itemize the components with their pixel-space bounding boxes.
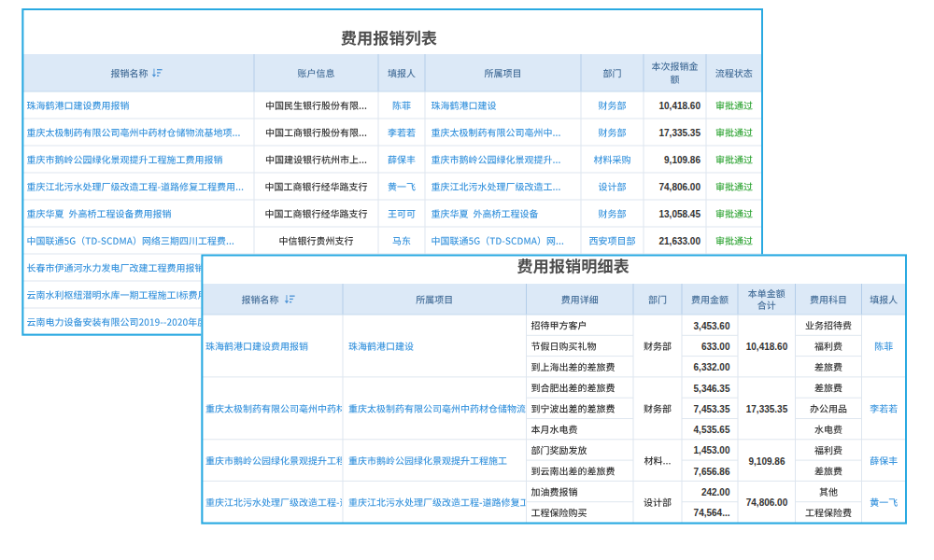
svg-text:4,535.65: 4,535.65	[694, 425, 730, 435]
svg-text:10,418.60: 10,418.60	[746, 342, 788, 352]
svg-text:5,346.35: 5,346.35	[694, 384, 730, 394]
svg-text:13,058.45: 13,058.45	[659, 209, 701, 219]
svg-text:242.00: 242.00	[701, 487, 730, 497]
svg-text:10,418.60: 10,418.60	[659, 101, 701, 111]
svg-text:633.00: 633.00	[701, 342, 730, 352]
svg-text:6,332.00: 6,332.00	[694, 362, 730, 372]
svg-text:74,564...: 74,564...	[694, 508, 730, 518]
svg-text:9,109.86: 9,109.86	[664, 155, 700, 165]
svg-text:17,335.35: 17,335.35	[746, 404, 788, 414]
svg-text:21,633.00: 21,633.00	[659, 236, 701, 246]
svg-text:1,453.00: 1,453.00	[694, 445, 730, 455]
svg-text:17,335.35: 17,335.35	[659, 128, 701, 138]
svg-text:7,656.86: 7,656.86	[694, 467, 730, 477]
svg-text:74,806.00: 74,806.00	[746, 497, 788, 508]
svg-text:9,109.86: 9,109.86	[749, 456, 785, 467]
svg-text:7,453.35: 7,453.35	[694, 404, 730, 414]
svg-text:74,806.00: 74,806.00	[659, 182, 701, 192]
svg-text:3,453.60: 3,453.60	[694, 321, 730, 331]
